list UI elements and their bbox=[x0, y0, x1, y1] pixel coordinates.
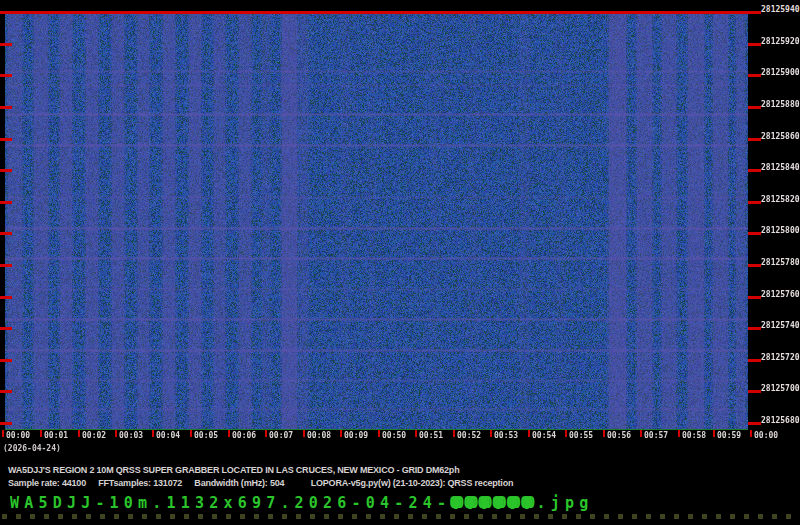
frequency-tick-left bbox=[0, 138, 12, 141]
frequency-tick-label: 28125860 bbox=[761, 132, 800, 141]
frequency-tick-left bbox=[0, 390, 12, 393]
time-tick-label: 00:50 bbox=[382, 431, 406, 440]
time-tick-label: 00:08 bbox=[307, 431, 331, 440]
frequency-tick-label: 28125720 bbox=[761, 353, 800, 362]
filename-extension: .jpg bbox=[537, 494, 594, 512]
frequency-tick-right bbox=[748, 74, 761, 77]
time-tick bbox=[713, 430, 715, 437]
time-tick-label: 00:09 bbox=[344, 431, 368, 440]
frequency-tick-right bbox=[748, 422, 761, 425]
station-info-line: WA5DJJ'S REGION 2 10M QRSS SUPER GRABBER… bbox=[8, 465, 459, 475]
time-tick bbox=[640, 430, 642, 437]
frequency-tick-left bbox=[0, 106, 12, 109]
time-tick-label: 00:02 bbox=[82, 431, 106, 440]
time-tick-label: 00:55 bbox=[569, 431, 593, 440]
time-tick bbox=[340, 430, 342, 437]
frequency-tick-left bbox=[0, 232, 12, 235]
time-tick-label: 00:51 bbox=[419, 431, 443, 440]
filename-text: WA5DJJ-10m.1132x697.2026-04-24-000000.jp… bbox=[10, 494, 593, 512]
frequency-tick-right bbox=[748, 296, 761, 299]
frequency-tick-label: 28125780 bbox=[761, 258, 800, 267]
time-tick-label: 00:00 bbox=[6, 431, 30, 440]
frequency-tick-right bbox=[748, 390, 761, 393]
spectrogram-canvas bbox=[5, 14, 748, 429]
time-tick-label: 00:06 bbox=[232, 431, 256, 440]
time-tick-label: 00:01 bbox=[44, 431, 68, 440]
time-tick-label: 00:53 bbox=[494, 431, 518, 440]
time-tick bbox=[490, 430, 492, 437]
time-tick bbox=[528, 430, 530, 437]
frequency-tick-label: 28125900 bbox=[761, 68, 800, 77]
time-tick bbox=[303, 430, 305, 437]
frequency-tick-right bbox=[748, 201, 761, 204]
frequency-tick-right bbox=[748, 43, 761, 46]
filename-prefix: WA5DJJ-10m.1132x697.2026-04-24- bbox=[10, 494, 451, 512]
time-tick bbox=[40, 430, 42, 437]
frequency-tick-left bbox=[0, 43, 12, 46]
frequency-tick-right bbox=[748, 138, 761, 141]
frequency-tick-label: 28125760 bbox=[761, 290, 800, 299]
time-tick-label: 00:54 bbox=[532, 431, 556, 440]
frequency-tick-right bbox=[748, 106, 761, 109]
frequency-tick-right bbox=[748, 327, 761, 330]
time-tick bbox=[265, 430, 267, 437]
time-tick bbox=[228, 430, 230, 437]
band-edge-marker-line bbox=[0, 11, 760, 14]
time-tick bbox=[750, 430, 752, 437]
frequency-tick-right bbox=[748, 264, 761, 267]
frequency-tick-left bbox=[0, 74, 12, 77]
time-tick bbox=[152, 430, 154, 437]
time-tick-label: 00:59 bbox=[717, 431, 741, 440]
time-tick-label: 00:57 bbox=[644, 431, 668, 440]
time-tick-label: 00:07 bbox=[269, 431, 293, 440]
time-tick-label: 00:58 bbox=[682, 431, 706, 440]
frequency-tick-label: 28125680 bbox=[761, 416, 800, 425]
fft-samples-text: FFTsamples: 131072 bbox=[98, 478, 182, 488]
frequency-tick-label: 28125800 bbox=[761, 226, 800, 235]
date-annotation: (2026-04-24) bbox=[3, 444, 61, 453]
frequency-tick-right bbox=[748, 11, 761, 14]
frequency-tick-left bbox=[0, 201, 12, 204]
time-tick bbox=[565, 430, 567, 437]
time-tick-label: 00:04 bbox=[156, 431, 180, 440]
time-tick-label: 00:52 bbox=[457, 431, 481, 440]
sample-rate-text: Sample rate: 44100 bbox=[8, 478, 86, 488]
time-tick-label: 00:05 bbox=[194, 431, 218, 440]
settings-info-line: Sample rate: 44100 FFTsamples: 131072 Ba… bbox=[8, 478, 513, 488]
time-tick-label: 00:56 bbox=[607, 431, 631, 440]
time-tick-label: 00:03 bbox=[119, 431, 143, 440]
frequency-tick-left bbox=[0, 327, 12, 330]
frequency-tick-left bbox=[0, 264, 12, 267]
frequency-tick-right bbox=[748, 359, 761, 362]
frequency-tick-label: 28125740 bbox=[761, 321, 800, 330]
time-tick bbox=[190, 430, 192, 437]
time-tick bbox=[2, 430, 4, 437]
frequency-tick-right bbox=[748, 232, 761, 235]
frequency-tick-left bbox=[0, 296, 12, 299]
frequency-tick-left bbox=[0, 422, 12, 425]
grabber-screenshot: 2812594028125920281259002812588028125860… bbox=[0, 0, 800, 525]
frequency-tick-left bbox=[0, 359, 12, 362]
frequency-tick-label: 28125880 bbox=[761, 100, 800, 109]
time-tick-label: 00:00 bbox=[754, 431, 778, 440]
time-tick bbox=[115, 430, 117, 437]
time-tick bbox=[415, 430, 417, 437]
frequency-tick-label: 28125840 bbox=[761, 163, 800, 172]
bandwidth-text: Bandwidth (mHz): 504 bbox=[194, 478, 284, 488]
frequency-tick-label: 28125820 bbox=[761, 195, 800, 204]
frequency-tick-label: 28125920 bbox=[761, 37, 800, 46]
frequency-tick-label: 28125940 bbox=[761, 5, 800, 14]
frequency-tick-left bbox=[0, 169, 12, 172]
frequency-tick-label: 28125700 bbox=[761, 384, 800, 393]
time-tick bbox=[603, 430, 605, 437]
dashed-separator-row bbox=[2, 514, 798, 519]
frequency-tick-left bbox=[0, 11, 12, 14]
time-tick bbox=[378, 430, 380, 437]
time-tick bbox=[453, 430, 455, 437]
filename-timestamp: 000000 bbox=[451, 494, 536, 512]
time-tick bbox=[78, 430, 80, 437]
software-version-text: LOPORA-v5g.py(w) (21-10-2023): QRSS rece… bbox=[311, 478, 514, 488]
time-tick bbox=[678, 430, 680, 437]
frequency-tick-right bbox=[748, 169, 761, 172]
